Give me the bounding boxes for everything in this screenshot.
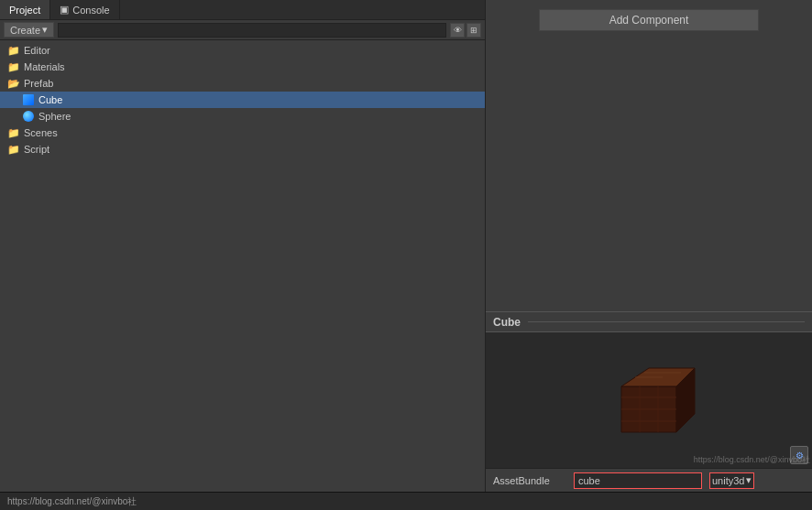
toolbar-icons: 👁 ⊞ (450, 23, 481, 38)
watermark: https://blog.csdn.net/@xinvbo社 (694, 454, 810, 466)
tree-item-materials[interactable]: 📁 Materials (0, 59, 485, 75)
folder-icon: 📁 (7, 61, 20, 73)
tree-item-script[interactable]: 📁 Script (0, 141, 485, 157)
project-tab-label: Project (9, 5, 40, 16)
bottom-bar: https://blog.csdn.net/@xinvbo社 (0, 492, 812, 510)
tree-item-sphere[interactable]: Sphere (0, 108, 485, 125)
tab-console[interactable]: ▣ Console (50, 0, 119, 19)
bottom-url: https://blog.csdn.net/@xinvbo社 (7, 495, 137, 508)
watermark-text: https://blog.csdn.net/@xinvbo社 (694, 455, 810, 464)
tab-bar: Project ▣ Console (0, 0, 485, 20)
tree-item-label: Prefab (24, 78, 53, 89)
tree-item-label: Sphere (38, 111, 71, 122)
tree-item-label: Script (24, 144, 49, 155)
preview-body: ⚙ https://blog.csdn.net/@xinvbo社 (486, 332, 812, 468)
console-icon: ▣ (60, 4, 69, 16)
tree-item-cube[interactable]: Cube (0, 92, 485, 108)
asset-bundle-label: AssetBundle (493, 475, 566, 486)
cube-prefab-icon (22, 93, 35, 106)
tab-project[interactable]: Project (0, 0, 50, 19)
console-tab-label: Console (72, 5, 109, 16)
folder-icon: 📁 (7, 127, 20, 139)
asset-bundle-dropdown[interactable]: unity3d ▾ (709, 472, 754, 489)
left-panel: Project ▣ Console Create ▾ 👁 ⊞ � (0, 0, 486, 492)
tree-item-scenes[interactable]: 📁 Scenes (0, 125, 485, 141)
tree-item-label: Materials (24, 61, 65, 72)
preview-section: Cube (486, 311, 812, 492)
file-tree: 📁 Editor 📁 Materials 📂 Prefab Cube (0, 40, 485, 492)
dropdown-arrow-icon: ▾ (746, 474, 752, 486)
tree-item-prefab[interactable]: 📂 Prefab (0, 75, 485, 92)
grid-icon[interactable]: ⊞ (466, 23, 481, 38)
create-dropdown-icon: ▾ (42, 24, 48, 36)
search-input[interactable] (58, 23, 446, 38)
sphere-prefab-icon (22, 110, 35, 123)
tree-item-editor[interactable]: 📁 Editor (0, 42, 485, 59)
inspector-top: Add Component (486, 0, 812, 311)
tree-item-label: Editor (24, 45, 50, 56)
asset-bundle-row: AssetBundle unity3d ▾ (486, 468, 812, 492)
folder-icon: 📁 (7, 144, 20, 156)
preview-header: Cube (486, 312, 812, 332)
right-panel: Add Component Cube (486, 0, 812, 492)
add-component-button[interactable]: Add Component (539, 9, 759, 31)
eye-icon[interactable]: 👁 (450, 23, 465, 38)
create-button[interactable]: Create ▾ (4, 22, 54, 38)
folder-open-icon: 📂 (7, 78, 20, 90)
tree-item-label: Scenes (24, 127, 58, 138)
cube-preview (594, 350, 704, 450)
asset-bundle-dropdown-value: unity3d (712, 475, 744, 486)
folder-icon: 📁 (7, 45, 20, 57)
divider-line (528, 321, 805, 322)
preview-title: Cube (493, 316, 521, 329)
asset-bundle-input[interactable] (574, 472, 702, 489)
add-component-label: Add Component (609, 14, 689, 27)
project-toolbar: Create ▾ 👁 ⊞ (0, 20, 485, 40)
create-label: Create (10, 25, 40, 36)
tree-item-label: Cube (38, 94, 62, 105)
